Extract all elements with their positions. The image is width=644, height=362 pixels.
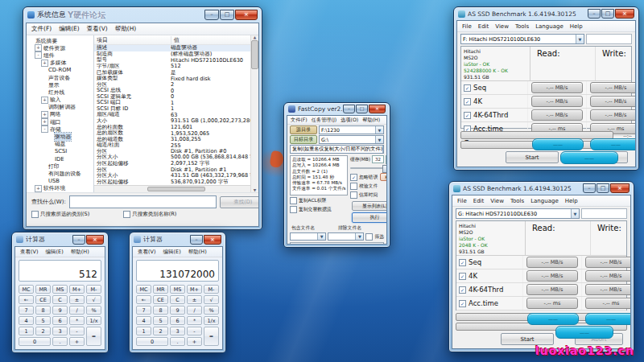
calc-button-4[interactable]: 4 bbox=[19, 316, 34, 325]
tree-item-[interactable]: 有问题的设备 bbox=[27, 170, 93, 177]
copy-mode-combobox[interactable]: 复制(如重名仅复制大小/日期不同的文件)▼ bbox=[290, 145, 384, 154]
calc-button-[interactable]: ± bbox=[187, 295, 202, 304]
copy-acl-checkbox[interactable]: 复制ACL权限 bbox=[290, 197, 348, 204]
tree-item-[interactable]: 声音设备 bbox=[27, 74, 93, 81]
calc-button-9[interactable]: 9 bbox=[52, 306, 68, 315]
calc-button-[interactable]: ± bbox=[69, 295, 85, 304]
menu-item-5[interactable]: Help bbox=[570, 23, 583, 30]
dropdown-arrow-icon[interactable]: ▼ bbox=[355, 233, 363, 240]
calc-button-m[interactable]: M+ bbox=[69, 285, 85, 294]
tree-item-scsi[interactable]: SCSI bbox=[27, 148, 93, 155]
calc-button-[interactable]: % bbox=[204, 306, 219, 315]
calc-button-0[interactable]: 0 bbox=[136, 337, 168, 346]
maximize-button[interactable]: □ bbox=[356, 105, 368, 113]
titlebar[interactable]: AS SSD Benchmark 1.6.4194.30125 – □ × bbox=[454, 7, 638, 20]
menu-item-0[interactable]: 文件(F) bbox=[31, 25, 52, 33]
calc-button-c[interactable]: C bbox=[170, 295, 185, 304]
menu-item-3[interactable]: Tools bbox=[510, 198, 524, 204]
close-button[interactable]: × bbox=[610, 183, 630, 193]
table-row[interactable]: 分区起始偏移536,870,912,000 字节 bbox=[94, 179, 250, 185]
tree-item-[interactable]: 磁盘 bbox=[27, 141, 93, 148]
maximize-button[interactable]: □ bbox=[597, 183, 609, 193]
tree-item-[interactable]: +多媒体 bbox=[27, 60, 93, 67]
calc-button-c[interactable]: C bbox=[52, 295, 68, 304]
source-path-combobox[interactable]: F:\1230▼ bbox=[319, 125, 384, 134]
calc-button-1[interactable]: 1 bbox=[136, 327, 151, 335]
titlebar[interactable]: 系统信息 Y硬件论坛 – □ × bbox=[23, 7, 262, 23]
vertical-scrollbar[interactable]: ▲ ▼ bbox=[250, 35, 258, 192]
expand-icon[interactable]: + bbox=[41, 97, 48, 104]
execute-button[interactable]: 执行 bbox=[352, 212, 387, 223]
close-button[interactable]: × bbox=[204, 235, 221, 245]
expand-icon[interactable]: + bbox=[41, 111, 48, 118]
4k-64thrd-checkbox[interactable]: ✓ bbox=[464, 112, 471, 119]
calc-button-6[interactable]: 6 bbox=[170, 316, 185, 325]
menu-item-0[interactable]: File bbox=[462, 23, 472, 30]
table-header[interactable]: 项目 值 bbox=[94, 35, 250, 45]
find-button[interactable]: 查找(D) bbox=[220, 196, 259, 208]
reset-button[interactable]: 重置 bbox=[380, 173, 387, 181]
calc-button-mc[interactable]: MC bbox=[136, 285, 151, 294]
calc-button-7[interactable]: 7 bbox=[19, 306, 34, 315]
menu-item-1[interactable]: 编辑(E) bbox=[59, 25, 80, 33]
menu-item-5[interactable]: Help bbox=[565, 198, 578, 204]
close-button[interactable]: × bbox=[369, 105, 386, 113]
tree-item-[interactable]: +硬件资源 bbox=[27, 44, 93, 51]
dest-path-combobox[interactable]: G:\▼ bbox=[319, 135, 384, 144]
search-selected-category-checkbox[interactable]: 只搜索所选的类别(S) bbox=[31, 211, 89, 218]
calc-button-3[interactable]: 3 bbox=[170, 327, 185, 335]
minimize-button[interactable]: – bbox=[72, 235, 85, 245]
dropdown-arrow-icon[interactable]: ▼ bbox=[576, 35, 584, 43]
calc-button-[interactable]: ← bbox=[136, 295, 151, 304]
acc-time-checkbox[interactable]: ✓ bbox=[459, 300, 466, 307]
maximize-button[interactable]: □ bbox=[601, 9, 614, 19]
calc-button-m[interactable]: M- bbox=[204, 285, 219, 294]
calc-button-[interactable]: = bbox=[204, 327, 219, 346]
minimize-button[interactable]: – bbox=[204, 10, 219, 20]
ignore-errors-checkbox[interactable]: ✓忽略错误重置 bbox=[350, 173, 387, 181]
close-button[interactable]: × bbox=[235, 10, 258, 20]
menu-item-2[interactable]: 帮助(H) bbox=[71, 249, 89, 256]
menu-item-1[interactable]: 编辑(E) bbox=[163, 249, 181, 256]
menu-item-2[interactable]: 帮助(H) bbox=[188, 249, 207, 256]
calc-button-[interactable]: / bbox=[69, 306, 85, 315]
calc-button-2[interactable]: 2 bbox=[153, 327, 168, 335]
source-dir-button[interactable]: 源目录 bbox=[290, 125, 317, 134]
calc-button-1-x[interactable]: 1/x bbox=[204, 316, 219, 325]
calc-button-[interactable]: √ bbox=[204, 295, 219, 304]
buffer-input[interactable]: 32 bbox=[372, 155, 384, 163]
4k-checkbox[interactable]: ✓ bbox=[464, 98, 471, 105]
calc-button-6[interactable]: 6 bbox=[52, 316, 68, 325]
maximize-button[interactable]: □ bbox=[220, 10, 234, 20]
calc-button-ms[interactable]: MS bbox=[52, 285, 68, 294]
drive-select-combobox[interactable]: F: Hitachi HDS721010DLE630▼ bbox=[460, 34, 584, 44]
calc-button-[interactable]: + bbox=[187, 337, 202, 346]
calc-button-m[interactable]: M- bbox=[86, 285, 101, 294]
menu-item-4[interactable]: Language bbox=[535, 23, 564, 30]
calc-button-5[interactable]: 5 bbox=[35, 316, 51, 325]
menu-item-3[interactable]: 帮助(H) bbox=[115, 25, 137, 33]
scrollbar-thumb[interactable] bbox=[251, 40, 258, 69]
titlebar[interactable]: 计算器 – × bbox=[130, 232, 225, 246]
calc-button-1[interactable]: 1 bbox=[19, 327, 34, 335]
include-filter-combobox[interactable]: ▼ bbox=[290, 232, 326, 241]
menu-item-3[interactable]: 帮助(H) bbox=[362, 117, 380, 124]
calc-button-[interactable]: / bbox=[187, 306, 202, 315]
collapse-icon[interactable]: - bbox=[35, 51, 42, 59]
drive-select-combobox[interactable]: G: Hitachi HDS721010DLE630▼ bbox=[456, 208, 580, 219]
calc-button-[interactable]: ← bbox=[19, 295, 34, 304]
calc-button-ms[interactable]: MS bbox=[170, 285, 185, 294]
dropdown-arrow-icon[interactable]: ▼ bbox=[375, 126, 383, 134]
expand-icon[interactable]: + bbox=[35, 185, 42, 192]
column-header-value[interactable]: 值 bbox=[171, 36, 180, 44]
dest-dir-button[interactable]: 目标目录 bbox=[290, 135, 317, 144]
horizontal-scrollbar[interactable] bbox=[94, 185, 250, 192]
calc-button-5[interactable]: 5 bbox=[153, 316, 168, 325]
menu-item-2[interactable]: 查看(V) bbox=[87, 25, 108, 33]
calc-button-9[interactable]: 9 bbox=[170, 306, 185, 315]
dropdown-arrow-icon[interactable]: ▼ bbox=[382, 146, 384, 153]
calc-button-3[interactable]: 3 bbox=[52, 327, 68, 335]
collapse-icon[interactable]: - bbox=[41, 125, 48, 133]
verify-checkbox[interactable]: 校验文件 bbox=[350, 183, 387, 190]
minimize-button[interactable]: – bbox=[190, 235, 203, 245]
